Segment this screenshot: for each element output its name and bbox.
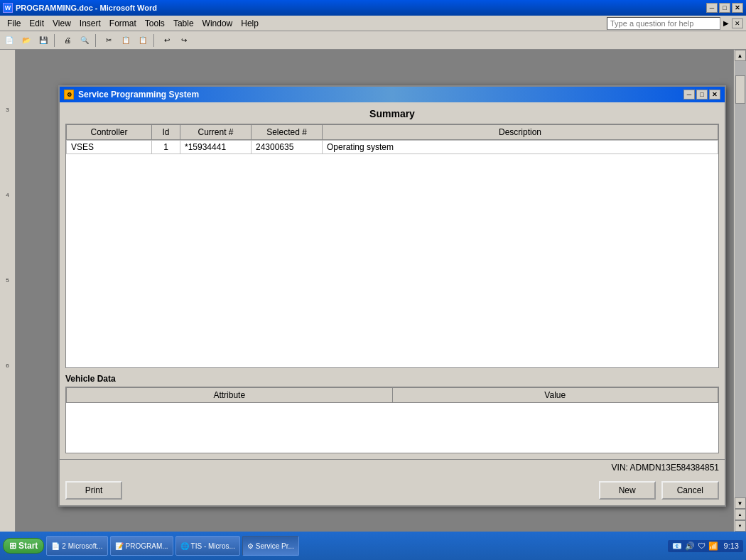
menu-edit[interactable]: Edit bbox=[25, 17, 48, 30]
new-doc-button[interactable]: 📄 bbox=[1, 33, 17, 48]
maximize-button[interactable]: □ bbox=[719, 3, 730, 13]
start-logo: ⊞ bbox=[9, 541, 16, 551]
minimize-button[interactable]: ─ bbox=[706, 3, 718, 13]
print-preview-button[interactable]: 🔍 bbox=[77, 33, 92, 48]
paste-button[interactable]: 📋 bbox=[135, 33, 151, 48]
close-button[interactable]: ✕ bbox=[732, 3, 743, 13]
scroll-extra-1[interactable]: ▲ bbox=[735, 509, 746, 520]
taskbar-btn-2-icon: 🌐 bbox=[180, 542, 189, 550]
vehicle-data-section: Vehicle Data Attribute Value bbox=[65, 374, 719, 453]
document-area: ⚙ Service Programming System ─ □ ✕ Summa… bbox=[16, 50, 733, 532]
col-id: Id bbox=[152, 125, 180, 140]
menu-help[interactable]: Help bbox=[237, 17, 263, 30]
cell-controller: VSES bbox=[67, 141, 152, 154]
menu-file[interactable]: File bbox=[3, 17, 25, 30]
cell-description: Operating system bbox=[323, 141, 718, 154]
clock: 9:13 bbox=[724, 542, 739, 550]
help-search-area: ▶ ✕ bbox=[607, 17, 743, 30]
vehicle-table-wrapper: Attribute Value bbox=[65, 387, 719, 453]
ruler-mark-3: 3 bbox=[0, 107, 15, 113]
toolbar-separator-3 bbox=[153, 34, 156, 47]
col-selected: Selected # bbox=[252, 125, 323, 140]
vehicle-table: Attribute Value bbox=[66, 387, 718, 403]
print-button[interactable]: Print bbox=[65, 481, 122, 500]
taskbar-btn-2[interactable]: 🌐 TIS - Micros... bbox=[175, 536, 240, 556]
new-button[interactable]: New bbox=[599, 481, 656, 500]
menu-table[interactable]: Table bbox=[169, 17, 198, 30]
vin-bar: VIN: ADMDN13E584384851 bbox=[60, 459, 725, 475]
taskbar-btn-0-icon: 📄 bbox=[51, 542, 60, 550]
scroll-thumb[interactable] bbox=[735, 75, 745, 104]
start-button[interactable]: ⊞ Start bbox=[3, 538, 44, 554]
taskbar-btn-0[interactable]: 📄 2 Microsoft... bbox=[46, 536, 107, 556]
word-window-controls[interactable]: ─ □ ✕ bbox=[706, 3, 743, 13]
word-titlebar: W PROGRAMMING.doc - Microsoft Word ─ □ ✕ bbox=[0, 0, 746, 16]
cancel-button[interactable]: Cancel bbox=[661, 481, 719, 500]
summary-table: Controller Id Current # Selected # Descr… bbox=[66, 124, 718, 140]
cell-selected: 24300635 bbox=[252, 141, 323, 154]
taskbar-btn-1-label: PROGRAM... bbox=[126, 542, 168, 550]
menu-window[interactable]: Window bbox=[198, 17, 237, 30]
start-label: Start bbox=[18, 541, 38, 551]
col-current: Current # bbox=[180, 125, 252, 140]
dialog-maximize-button[interactable]: □ bbox=[696, 90, 708, 99]
word-icon: W bbox=[3, 3, 13, 13]
dialog-titlebar: ⚙ Service Programming System ─ □ ✕ bbox=[60, 87, 725, 102]
summary-table-rows: VSES 1 *15934441 24300635 Operating syst… bbox=[66, 140, 718, 154]
cut-button[interactable]: ✂ bbox=[101, 33, 117, 48]
tray-icon-2: 🔊 bbox=[685, 542, 695, 551]
taskbar-btn-3[interactable]: ⚙ Service Pr... bbox=[242, 536, 299, 556]
ruler-mark-5: 5 bbox=[0, 277, 15, 284]
menu-tools[interactable]: Tools bbox=[141, 17, 169, 30]
dialog-minimize-button[interactable]: ─ bbox=[683, 90, 695, 99]
taskbar: ⊞ Start 📄 2 Microsoft... 📝 PROGRAM... 🌐 … bbox=[0, 532, 746, 560]
menu-view[interactable]: View bbox=[48, 17, 75, 30]
right-scrollbar: ▲ ▼ ▲ ▼ bbox=[733, 50, 746, 532]
dialog-icon: ⚙ bbox=[64, 90, 74, 99]
open-button[interactable]: 📂 bbox=[18, 33, 34, 48]
taskbar-btn-1-icon: 📝 bbox=[115, 542, 124, 550]
col-controller: Controller bbox=[67, 125, 152, 140]
cell-current: *15934441 bbox=[180, 141, 252, 154]
ruler-mark-4: 4 bbox=[0, 192, 15, 198]
tray-icon-3: 🛡 bbox=[698, 542, 706, 550]
taskbar-btn-0-label: 2 Microsoft... bbox=[62, 542, 102, 550]
taskbar-btn-3-icon: ⚙ bbox=[247, 542, 254, 550]
toolbar-separator-1 bbox=[54, 34, 57, 47]
main-area: 3 4 5 6 ⚙ Service Programming System ─ □… bbox=[0, 50, 746, 532]
menu-format[interactable]: Format bbox=[105, 17, 141, 30]
copy-button[interactable]: 📋 bbox=[118, 33, 134, 48]
undo-button[interactable]: ↩ bbox=[159, 33, 175, 48]
redo-button[interactable]: ↪ bbox=[176, 33, 192, 48]
scroll-extra-2[interactable]: ▼ bbox=[735, 520, 746, 532]
help-search-input[interactable] bbox=[607, 17, 720, 30]
toolbar: 📄 📂 💾 🖨 🔍 ✂ 📋 📋 ↩ ↪ bbox=[0, 31, 746, 50]
vehicle-data-label: Vehicle Data bbox=[65, 374, 719, 384]
vehicle-col-attribute: Attribute bbox=[67, 388, 393, 403]
taskbar-btn-2-label: TIS - Micros... bbox=[191, 542, 235, 550]
col-description: Description bbox=[323, 125, 718, 140]
menu-insert[interactable]: Insert bbox=[75, 17, 105, 30]
ruler-mark-6: 6 bbox=[0, 362, 15, 369]
right-buttons: New Cancel bbox=[599, 481, 719, 500]
dialog-window-controls[interactable]: ─ □ ✕ bbox=[683, 90, 720, 99]
save-button[interactable]: 💾 bbox=[36, 33, 51, 48]
help-arrow-icon: ▶ bbox=[723, 19, 729, 27]
service-programming-dialog: ⚙ Service Programming System ─ □ ✕ Summa… bbox=[58, 85, 726, 507]
scroll-track[interactable] bbox=[735, 61, 746, 497]
scroll-down-button[interactable]: ▼ bbox=[735, 497, 746, 509]
button-row: Print New Cancel bbox=[60, 475, 725, 505]
table-row[interactable]: VSES 1 *15934441 24300635 Operating syst… bbox=[67, 141, 718, 154]
tray-icon-4: 📶 bbox=[708, 542, 718, 551]
word-title: PROGRAMMING.doc - Microsoft Word bbox=[16, 4, 706, 12]
help-close-button[interactable]: ✕ bbox=[732, 18, 743, 28]
vehicle-col-value: Value bbox=[392, 388, 718, 403]
scroll-up-button[interactable]: ▲ bbox=[735, 50, 746, 61]
dialog-close-button[interactable]: ✕ bbox=[709, 90, 720, 99]
left-ruler: 3 4 5 6 bbox=[0, 50, 16, 532]
vin-text: VIN: ADMDN13E584384851 bbox=[612, 463, 719, 473]
taskbar-right: 📧 🔊 🛡 📶 9:13 bbox=[668, 540, 743, 552]
taskbar-btn-1[interactable]: 📝 PROGRAM... bbox=[110, 536, 173, 556]
print-button[interactable]: 🖨 bbox=[60, 33, 75, 48]
taskbar-btn-3-label: Service Pr... bbox=[256, 542, 294, 550]
